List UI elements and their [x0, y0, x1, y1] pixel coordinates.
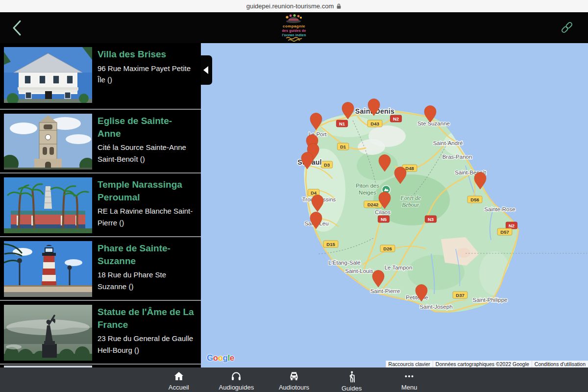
list-item[interactable]: Eglise de Sainte-AnneCité la Source Sain… [0, 110, 201, 173]
svg-text:D3: D3 [324, 162, 330, 168]
road-badge: D3 [321, 161, 332, 168]
town-label: L'Étang-Salé [328, 260, 361, 266]
google-logo-letter: e [230, 353, 234, 363]
poi-subtitle: Cité la Source Sainte-Anne Saint-Benoît … [98, 142, 195, 165]
poi-text: Temple Narassinga PeroumalRE La Ravine B… [98, 177, 195, 232]
svg-text:D26: D26 [383, 246, 392, 251]
road-badge: D37 [453, 292, 467, 298]
lighthouse-thumbnail [4, 241, 92, 297]
svg-text:D15: D15 [326, 242, 335, 247]
poi-text: Eglise de Sainte-AnneCité la Source Sain… [98, 114, 195, 169]
map[interactable]: N1N2D43D1D3D48D4D242N5N3D15D26D56N2D57D3… [201, 43, 588, 368]
town-label: Saint-André [433, 140, 463, 146]
poi-title: Phare de Sainte-Suzanne [98, 242, 195, 267]
town-label: Le Tampon [385, 265, 413, 270]
map-attribution: Raccourcis clavierDonnées cartographique… [386, 361, 588, 368]
poi-title: Statue de l'Âme de La France [98, 306, 195, 331]
map-canvas[interactable]: N1N2D43D1D3D48D4D242N5N3D15D26D56N2D57D3… [201, 43, 588, 368]
town-label: Ste Suzanne [417, 121, 450, 126]
svg-text:D242: D242 [368, 202, 379, 207]
road-badge: N5 [378, 216, 389, 222]
church-tower-thumbnail [4, 114, 92, 170]
svg-text:D4: D4 [311, 190, 317, 196]
nav-label: Guides [342, 385, 362, 392]
town-label: Bras-Panon [442, 154, 472, 160]
list-item[interactable]: Temple Narassinga PeroumalRE La Ravine B… [0, 173, 201, 237]
nav-items: AccueilAudioguidesAudiotoursGuidesMenu [150, 368, 438, 392]
poi-text: Phare de Sainte-Suzanne18 Rue du Phare S… [98, 241, 195, 296]
terms-link[interactable]: Conditions d'utilisation [532, 361, 588, 368]
poi-text: Statue de l'Âme de La France23 Rue du Ge… [98, 305, 195, 360]
poi-subtitle: RE La Ravine Blanche Saint-Pierre () [98, 205, 195, 228]
nav-label: Accueil [169, 384, 189, 391]
bottom-navigation: AccueilAudioguidesAudiotoursGuidesMenu [0, 368, 588, 392]
svg-text:D1: D1 [340, 144, 346, 149]
town-label: Saint-Philippe [473, 297, 508, 303]
nature-label: Forêt deBébour [400, 195, 421, 208]
svg-text:D57: D57 [500, 229, 509, 235]
svg-text:D56: D56 [470, 197, 479, 202]
share-link-button[interactable] [560, 20, 574, 35]
google-logo-letter: G [207, 353, 213, 363]
road-badge: N2 [390, 115, 401, 122]
app-logo: compagnie des guides de l'océan indien [270, 13, 318, 43]
map-data-attribution: Données cartographiques ©2022 Google [433, 361, 532, 368]
poi-title: Eglise de Sainte-Anne [98, 115, 195, 140]
svg-text:N2: N2 [509, 223, 514, 228]
svg-text:N1: N1 [339, 121, 345, 126]
poi-subtitle: 18 Rue du Phare Ste Suzanne () [98, 269, 195, 292]
nav-item-accueil[interactable]: Accueil [150, 368, 208, 392]
back-button[interactable] [11, 19, 24, 37]
chevron-left-icon [203, 66, 208, 74]
white-villa-thumbnail [4, 47, 92, 103]
road-badge: D15 [323, 241, 338, 247]
logo-line-2: des guides de [282, 29, 306, 33]
town-label: Saint-Louis [345, 268, 373, 274]
logo-line-3: l'océan indien [282, 33, 306, 37]
nav-item-audioguides[interactable]: Audioguides [208, 368, 266, 392]
road-badge: D1 [337, 143, 348, 150]
google-logo-letter: o [213, 353, 218, 363]
road-badge: D242 [364, 201, 382, 208]
home-icon [172, 370, 185, 382]
app-screen: guidepei.reunion-tourisme.com compagnie … [0, 0, 588, 392]
town-label: Saint-Joseph [419, 304, 452, 310]
town-label: Saint-Pierre [370, 288, 400, 294]
poi-sidebar: Villa des Brises96 Rue Maxime Payet Peti… [0, 43, 201, 368]
svg-text:D37: D37 [456, 293, 464, 298]
poi-title: Villa des Brises [98, 48, 195, 61]
svg-text:N2: N2 [393, 116, 399, 122]
nav-label: Menu [401, 384, 417, 391]
road-badge: N2 [506, 222, 517, 229]
keyboard-shortcuts-link[interactable]: Raccourcis clavier [386, 361, 433, 368]
svg-text:D48: D48 [405, 166, 414, 171]
nav-item-audiotours[interactable]: Audiotours [265, 368, 323, 392]
sidebar-collapse-button[interactable] [201, 55, 212, 85]
url-text: guidepei.reunion-tourisme.com [246, 2, 334, 10]
list-item[interactable]: Statue de l'Âme de La France23 Rue du Ge… [0, 301, 201, 365]
list-item[interactable]: Phare de Sainte-Suzanne18 Rue du Phare S… [0, 237, 201, 301]
nav-label: Audioguides [219, 384, 254, 391]
svg-text:N5: N5 [381, 217, 387, 222]
poi-text: Villa des Brises96 Rue Maxime Payet Peti… [98, 47, 195, 105]
nav-item-guides[interactable]: Guides [323, 368, 381, 392]
list-item[interactable]: Villa des Brises96 Rue Maxime Payet Peti… [0, 43, 201, 110]
ellipsis-icon [403, 370, 416, 382]
town-label: Cilaos [375, 209, 391, 215]
browser-url-bar[interactable]: guidepei.reunion-tourisme.com [0, 0, 588, 12]
car-icon [287, 370, 301, 382]
poi-subtitle: 23 Rue du General de Gaulle Hell-Bourg (… [98, 333, 195, 356]
google-maps-logo[interactable]: Google [207, 353, 234, 363]
road-badge: D57 [497, 228, 512, 235]
road-badge: D26 [380, 245, 395, 252]
nav-item-menu[interactable]: Menu [380, 368, 438, 392]
headphones-icon [230, 370, 243, 382]
statue-thumbnail [4, 305, 92, 361]
road-badge: N1 [336, 120, 347, 127]
road-badge: N3 [425, 216, 436, 222]
poi-title: Temple Narassinga Peroumal [98, 178, 195, 203]
nav-label: Audiotours [279, 384, 309, 391]
road-badge: D56 [467, 196, 482, 203]
logo-line-1: compagnie [283, 24, 305, 28]
google-logo-letter: g [223, 353, 228, 363]
